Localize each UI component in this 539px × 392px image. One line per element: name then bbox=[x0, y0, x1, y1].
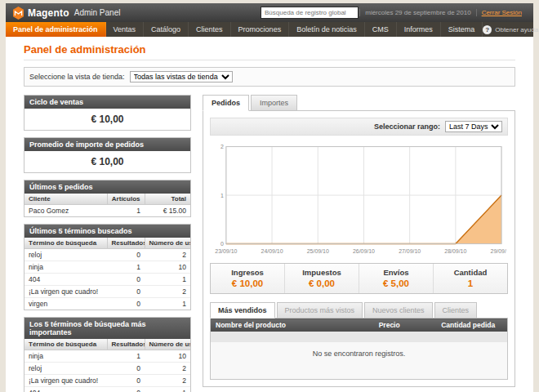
dashboard-main: Pedidos Importes Seleccionar rango: Last… bbox=[203, 95, 515, 387]
table-header-row: Término de búsquedaResultadosNúmero de u… bbox=[24, 238, 190, 249]
nav-item-clientes[interactable]: Clientes bbox=[189, 22, 231, 37]
column-header: Resultados bbox=[107, 238, 145, 249]
nav-item-informes[interactable]: Informes bbox=[397, 22, 441, 37]
card-title: Últimos 5 términos buscados bbox=[24, 225, 190, 238]
nav-item-cms[interactable]: CMS bbox=[365, 22, 397, 37]
table-row[interactable]: Paco Gomez1€ 15.00 bbox=[24, 205, 190, 217]
table-cell: 0 bbox=[107, 249, 145, 261]
table-row[interactable]: ninja110 bbox=[24, 261, 190, 274]
empty-records-message: No se encontraron registros. bbox=[211, 332, 508, 380]
sidebar-reports: Ciclo de ventas € 10,00 Promedio de impo… bbox=[24, 95, 191, 392]
table-cell: 0 bbox=[107, 274, 145, 286]
column-header: Término de búsqueda bbox=[24, 339, 107, 350]
table-cell: 1 bbox=[107, 350, 145, 363]
magento-logo: Magento Admin Panel bbox=[12, 7, 120, 20]
total-cantidad: Cantidad 1 bbox=[433, 264, 507, 293]
help-link[interactable]: ? Obtener ayuda para esta página bbox=[483, 22, 539, 37]
tab-pedidos[interactable]: Pedidos bbox=[203, 95, 249, 111]
table-cell: 0 bbox=[107, 363, 145, 375]
table-cell: 2 bbox=[145, 375, 190, 387]
grids-tabs: Más vendidos Productos más vistos Nuevos… bbox=[210, 302, 508, 318]
total-label: Cantidad bbox=[434, 268, 507, 277]
average-orders-value: € 10,00 bbox=[24, 151, 190, 172]
store-view-switcher: Seleccione la vista de tienda: Todas las… bbox=[24, 67, 515, 87]
table-row[interactable]: ¡La virgen que cuadro!02 bbox=[24, 286, 190, 298]
table-cell: 10 bbox=[145, 261, 190, 274]
table-row[interactable]: 40401 bbox=[24, 387, 190, 392]
magento-admin-page: Magento Admin Panel Accedió como aparo m… bbox=[6, 3, 533, 392]
orders-chart-container: 01223/09/1024/09/1025/09/1026/09/1027/09… bbox=[210, 142, 508, 256]
last-search-terms-table: Término de búsquedaResultadosNúmero de u… bbox=[24, 238, 190, 310]
table-header-row: Término de búsquedaResultadosNúmero de u… bbox=[24, 339, 190, 350]
table-cell: 0 bbox=[107, 375, 145, 387]
tab-mas-vendidos[interactable]: Más vendidos bbox=[210, 302, 275, 318]
table-row[interactable]: ninja110 bbox=[24, 350, 190, 363]
total-ingresos: Ingresos € 10,00 bbox=[211, 264, 284, 293]
last-orders-table: ClienteArtículosTotalPaco Gomez1€ 15.00 bbox=[24, 194, 190, 216]
magento-logo-icon bbox=[12, 7, 24, 20]
table-cell: 10 bbox=[145, 350, 190, 363]
column-header: Precio bbox=[374, 318, 436, 332]
column-header: Término de búsqueda bbox=[24, 238, 107, 249]
total-label: Envíos bbox=[359, 268, 433, 277]
table-row[interactable]: 40401 bbox=[24, 274, 190, 286]
table-cell: 2 bbox=[145, 249, 190, 261]
products-grid: Nombre del producto Precio Cantidad pedi… bbox=[210, 318, 508, 380]
table-cell: reloj bbox=[24, 249, 107, 261]
dashboard-content: Panel de administración Seleccione la vi… bbox=[6, 37, 533, 392]
total-value: 1 bbox=[434, 278, 507, 288]
nav-item-ventas[interactable]: Ventas bbox=[106, 22, 145, 37]
store-view-select[interactable]: Todas las vistas de tienda bbox=[130, 71, 233, 82]
help-icon: ? bbox=[483, 25, 492, 34]
table-cell: 1 bbox=[145, 274, 190, 286]
logout-link[interactable]: Cerrar Sesión bbox=[482, 9, 522, 16]
table-cell: € 15.00 bbox=[145, 205, 190, 217]
table-cell: 1 bbox=[145, 387, 190, 392]
logo-subtext: Admin Panel bbox=[74, 8, 121, 17]
last-orders-card: Últimos 5 pedidos ClienteArtículosTotalP… bbox=[24, 180, 191, 217]
table-header-row: ClienteArtículosTotal bbox=[24, 194, 190, 205]
column-header: Total bbox=[145, 194, 190, 205]
column-header: Artículos bbox=[107, 194, 145, 205]
svg-text:0: 0 bbox=[220, 241, 224, 247]
svg-text:24/09/10: 24/09/10 bbox=[261, 248, 283, 254]
lifetime-sales-card: Ciclo de ventas € 10,00 bbox=[24, 95, 191, 131]
nav-item-promociones[interactable]: Promociones bbox=[231, 22, 290, 37]
range-toolbar: Seleccionar rango: Last 7 Days bbox=[210, 118, 508, 136]
tab-nuevos-clientes[interactable]: Nuevos clientes bbox=[364, 302, 433, 318]
total-label: Impuestos bbox=[285, 268, 359, 277]
table-row[interactable]: reloj02 bbox=[24, 249, 190, 261]
nav-item-catalogo[interactable]: Catálogo bbox=[144, 22, 189, 37]
table-row[interactable]: reloj02 bbox=[24, 363, 190, 375]
grid-empty-row: No se encontraron registros. bbox=[211, 332, 508, 380]
column-header: Cliente bbox=[24, 194, 107, 205]
main-nav: Panel de administración Ventas Catálogo … bbox=[6, 22, 533, 37]
table-cell: virgen bbox=[24, 298, 107, 310]
svg-text:25/09/10: 25/09/10 bbox=[307, 248, 329, 254]
table-cell: Paco Gomez bbox=[24, 205, 107, 217]
total-envios: Envíos € 5,00 bbox=[359, 264, 433, 293]
table-row[interactable]: ¡La virgen que cuadro!02 bbox=[24, 375, 190, 387]
total-value: € 0,00 bbox=[285, 278, 359, 288]
column-header: Resultados bbox=[107, 339, 145, 350]
table-cell: 0 bbox=[107, 286, 145, 298]
global-search-input[interactable] bbox=[261, 7, 359, 19]
table-row[interactable]: virgen01 bbox=[24, 298, 190, 310]
nav-item-dashboard[interactable]: Panel de administración bbox=[6, 22, 106, 37]
lifetime-sales-value: € 10,00 bbox=[24, 109, 190, 130]
total-label: Ingresos bbox=[211, 268, 284, 277]
table-cell: 404 bbox=[24, 274, 107, 286]
nav-item-boletin[interactable]: Boletín de noticias bbox=[289, 22, 365, 37]
nav-item-sistema[interactable]: Sistema bbox=[441, 22, 483, 37]
card-title: Promedio de importe de pedidos bbox=[24, 138, 190, 151]
svg-text:26/09/10: 26/09/10 bbox=[353, 248, 375, 254]
tab-importes[interactable]: Importes bbox=[251, 95, 297, 111]
table-cell: ninja bbox=[24, 350, 107, 363]
tab-productos-mas-vistos[interactable]: Productos más vistos bbox=[277, 302, 363, 318]
svg-text:28/09/10: 28/09/10 bbox=[444, 248, 466, 254]
table-cell: 2 bbox=[145, 363, 190, 375]
range-select[interactable]: Last 7 Days bbox=[445, 121, 502, 132]
help-label: Obtener ayuda para esta página bbox=[495, 26, 539, 33]
tab-clientes[interactable]: Clientes bbox=[434, 302, 478, 318]
last-search-terms-card: Últimos 5 términos buscados Término de b… bbox=[24, 224, 191, 310]
